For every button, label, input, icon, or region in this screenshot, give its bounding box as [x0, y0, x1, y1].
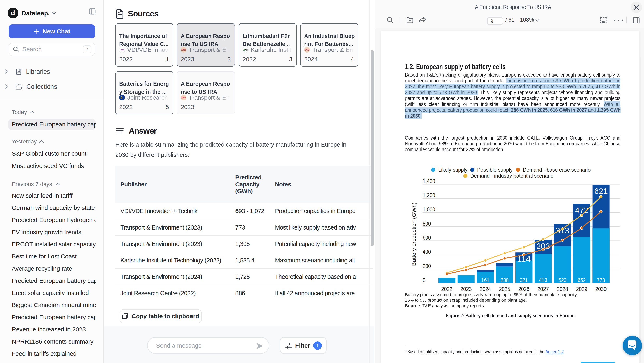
svg-text:413: 413 [539, 277, 547, 283]
svg-text:600: 600 [422, 234, 431, 241]
svg-text:Possible supply: Possible supply [477, 167, 513, 173]
svg-text:VDI/VDE: VDI/VDE [120, 49, 124, 51]
svg-text:2029: 2029 [576, 286, 588, 292]
svg-text:321: 321 [520, 277, 528, 283]
svg-text:238: 238 [500, 277, 509, 283]
svg-text:0: 0 [422, 277, 425, 283]
svg-text:2026: 2026 [518, 286, 530, 292]
svg-text:2030: 2030 [595, 286, 607, 292]
svg-text:☰T&E: ☰T&E [181, 97, 186, 99]
svg-text:161: 161 [481, 277, 490, 283]
svg-text:KIT: KIT [244, 49, 248, 51]
svg-text:☰T&E: ☰T&E [181, 49, 186, 51]
svg-text:Battery production (GWh): Battery production (GWh) [411, 203, 417, 266]
svg-text:1,000: 1,000 [422, 206, 435, 213]
svg-text:☰T&E: ☰T&E [304, 49, 310, 51]
svg-text:200: 200 [422, 263, 431, 269]
svg-text:2028: 2028 [557, 286, 568, 292]
svg-text:Demand - industry potential sc: Demand - industry potential scenario [470, 173, 554, 179]
svg-text:Demand - base case scenario: Demand - base case scenario [523, 167, 591, 173]
svg-text:400: 400 [422, 248, 431, 255]
svg-text:1,400: 1,400 [422, 178, 435, 184]
svg-text:621: 621 [594, 187, 608, 195]
svg-text:800: 800 [422, 220, 431, 227]
svg-text:2023: 2023 [460, 286, 472, 292]
svg-text:523: 523 [558, 277, 566, 283]
svg-text:2024: 2024 [480, 286, 491, 292]
svg-text:2027: 2027 [538, 286, 549, 292]
svg-text:773: 773 [597, 277, 605, 283]
svg-text:Likely supply: Likely supply [438, 167, 468, 173]
svg-text:2022: 2022 [441, 286, 452, 292]
svg-text:€: € [120, 96, 122, 99]
svg-text:652: 652 [578, 277, 586, 283]
svg-text:1,200: 1,200 [422, 192, 435, 199]
svg-text:2025: 2025 [499, 286, 510, 292]
